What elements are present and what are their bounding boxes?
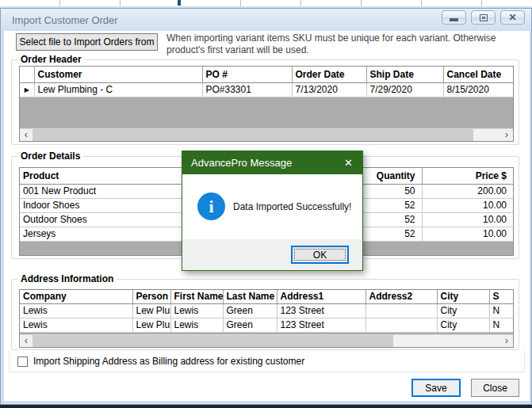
table-cell: Lewis (20, 303, 132, 318)
ok-button[interactable]: OK (291, 246, 349, 264)
address-hscrollbar[interactable]: ‹ › (20, 334, 513, 347)
column-header[interactable]: Ship Date (366, 67, 443, 82)
save-button[interactable]: Save (411, 379, 461, 397)
table-cell: City (437, 318, 489, 332)
table-cell: 7/29/2020 (366, 82, 443, 97)
column-header[interactable]: PO # (202, 67, 292, 82)
address-information-group: Address Information CompanyPersonFirst N… (11, 279, 519, 350)
table-row[interactable]: ▶Lew Plumbing - CPO#333017/13/20207/29/2… (20, 82, 513, 97)
minimize-icon (450, 18, 458, 21)
column-header[interactable]: S (489, 290, 513, 303)
select-file-button[interactable]: Select file to Import Orders from (16, 33, 158, 51)
table-cell: 10.00 (422, 212, 513, 227)
scrollbar-thumb[interactable] (33, 129, 473, 141)
table-cell: Lewis (170, 318, 223, 332)
address-information-label: Address Information (17, 273, 117, 285)
instruction-line-1: When importing variant items SKU must be… (166, 32, 523, 44)
table-cell: 123 Street (277, 318, 366, 332)
table-cell: Lewis (170, 303, 223, 318)
column-header[interactable]: Company (20, 290, 132, 303)
background-window-mark (178, 0, 181, 6)
column-header[interactable]: First Name (170, 290, 223, 303)
message-text: Data Imported Successfully! (233, 201, 351, 212)
checkbox-unchecked-icon[interactable] (17, 357, 28, 367)
maximize-restore-icon (480, 14, 488, 21)
close-icon: ✕ (508, 13, 516, 22)
table-cell (366, 318, 437, 332)
order-details-label: Order Details (17, 151, 83, 162)
window-caption-buttons: ✕ (442, 10, 525, 25)
table-cell: City (437, 303, 489, 318)
table-cell: 10.00 (422, 198, 513, 212)
table-cell: N (489, 303, 513, 318)
table-cell: Lewis (20, 318, 132, 332)
row-selector-header (20, 67, 34, 82)
info-icon-glyph: i (209, 196, 213, 217)
scroll-right-icon[interactable]: › (500, 335, 513, 347)
table-cell: 8/15/2020 (443, 82, 513, 97)
message-close-icon[interactable]: ✕ (344, 157, 353, 169)
scrollbar-thumb[interactable] (33, 335, 393, 347)
table-cell: 200.00 (422, 184, 513, 198)
scroll-left-icon[interactable]: ‹ (20, 129, 33, 141)
column-header[interactable]: Address1 (277, 290, 366, 303)
column-header[interactable]: Address2 (366, 290, 437, 303)
table-cell: PO#33301 (202, 82, 292, 97)
table-row[interactable]: LewisLew PlumLewisGreen123 StreetCityN (20, 303, 513, 318)
window-titlebar[interactable]: Import Customer Order ✕ (1, 9, 531, 31)
instruction-text: When importing variant items SKU must be… (166, 32, 523, 56)
column-header[interactable]: Price $ (422, 168, 513, 184)
window-title: Import Customer Order (1, 14, 118, 26)
window-close-button[interactable]: ✕ (500, 10, 525, 25)
maximize-button[interactable] (471, 10, 496, 25)
table-cell: Green (223, 318, 277, 332)
order-header-grid: CustomerPO #Order DateShip DateCancel Da… (19, 66, 514, 142)
table-cell: 123 Street (277, 303, 366, 318)
message-title: AdvancePro Message (191, 157, 292, 169)
table-cell: Lew Plum (132, 318, 170, 332)
table-cell: Green (223, 303, 277, 318)
table-cell: Lew Plum (132, 303, 170, 318)
column-header[interactable]: Last Name (223, 290, 277, 303)
table-cell: 7/13/2020 (292, 82, 366, 97)
checkbox-label: Import Shipping Address as Billing addre… (33, 356, 304, 367)
table-row[interactable]: LewisLew PlumLewisGreen123 StreetCityN (20, 318, 513, 332)
row-selector[interactable]: ▶ (20, 82, 34, 97)
column-header[interactable]: Customer (34, 67, 202, 82)
table-cell: N (489, 318, 513, 332)
background-window-strip (0, 0, 532, 8)
message-footer: OK (182, 239, 362, 270)
scroll-left-icon[interactable]: ‹ (20, 335, 33, 347)
address-information-grid: CompanyPersonFirst NameLast NameAddress1… (19, 289, 514, 348)
import-shipping-checkbox-row[interactable]: Import Shipping Address as Billing addre… (17, 356, 304, 367)
minimize-button[interactable] (442, 10, 466, 25)
column-header[interactable]: Person (132, 290, 170, 303)
column-header[interactable]: Cancel Date (443, 67, 513, 82)
close-button[interactable]: Close (471, 379, 519, 397)
message-body: i Data Imported Successfully! (182, 174, 362, 239)
screen: Import Customer Order ✕ Select file to I… (0, 0, 532, 408)
message-titlebar[interactable]: AdvancePro Message ✕ (182, 151, 362, 174)
order-header-group: Order Header CustomerPO #Order DateShip … (11, 59, 519, 145)
column-header[interactable]: Order Date (292, 67, 366, 82)
table-cell: Lew Plumbing - C (34, 82, 202, 97)
scroll-right-icon[interactable]: › (500, 129, 513, 141)
bottom-window-edge (0, 405, 532, 408)
order-header-hscrollbar[interactable]: ‹ › (20, 128, 513, 141)
advancepro-message-dialog: AdvancePro Message ✕ i Data Imported Suc… (182, 151, 363, 271)
instruction-line-2: product's first variant will be used. (166, 44, 523, 56)
table-cell: 10.00 (422, 227, 513, 241)
order-header-label: Order Header (17, 54, 85, 66)
table-cell (366, 303, 437, 318)
info-icon: i (197, 193, 225, 220)
column-header[interactable]: City (437, 290, 489, 303)
